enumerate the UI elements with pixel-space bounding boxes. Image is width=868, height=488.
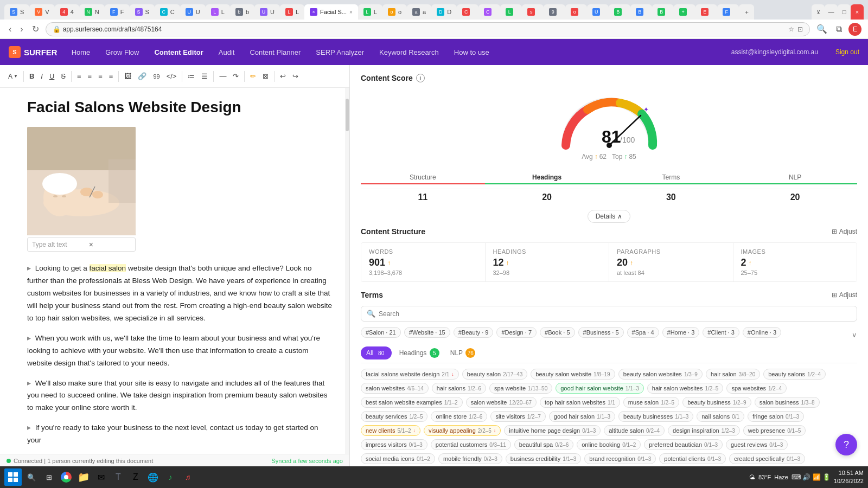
term-salon-business[interactable]: salon business 1/3–8 bbox=[755, 397, 820, 408]
tab-e[interactable]: E bbox=[695, 4, 717, 20]
tab-l2[interactable]: LL bbox=[280, 4, 304, 20]
tab-headings[interactable]: Headings bbox=[485, 169, 609, 187]
filter-tag-business[interactable]: #Business · 5 bbox=[578, 327, 624, 338]
extension-icon[interactable]: ⊡ bbox=[797, 25, 803, 33]
highlight-btn[interactable]: ✏ bbox=[247, 70, 259, 82]
term-beauty-businesses[interactable]: beauty businesses 1/1–3 bbox=[618, 411, 693, 422]
terms-tab-headings[interactable]: Headings 5 bbox=[396, 346, 443, 359]
terms-tab-nlp[interactable]: NLP 76 bbox=[447, 346, 478, 359]
tab-b2[interactable]: B bbox=[609, 4, 630, 20]
term-beauty-salon[interactable]: beauty salon 2/17–43 bbox=[462, 369, 528, 380]
term-fringe-salon[interactable]: fringe salon 0/1–3 bbox=[748, 411, 804, 422]
tab-f[interactable]: FF bbox=[105, 4, 130, 20]
back-button[interactable]: ‹ bbox=[7, 23, 14, 35]
adjust-structure-btn[interactable]: ⊞ Adjust bbox=[832, 228, 857, 235]
address-bar[interactable]: 🔒 app.surferseo.com/drafts/4875164 ☆ ⊡ bbox=[46, 22, 810, 36]
term-beauty-salon-website[interactable]: beauty salon website 1/8–19 bbox=[531, 369, 615, 380]
tab-nlp[interactable]: NLP bbox=[733, 169, 857, 187]
tab-d[interactable]: DD bbox=[431, 4, 457, 20]
forward-button[interactable]: › bbox=[18, 23, 25, 35]
tab-close-btn[interactable]: × bbox=[851, 4, 864, 20]
tab-l4[interactable]: L bbox=[500, 4, 522, 20]
undo-btn[interactable]: ↩ bbox=[277, 70, 289, 82]
align-justify-btn[interactable]: ≡ bbox=[106, 70, 116, 82]
term-best-salon[interactable]: best salon website examples 1/1–2 bbox=[361, 397, 463, 408]
tab-b4[interactable]: B bbox=[652, 4, 674, 20]
term-site-visitors[interactable]: site visitors 1/2–7 bbox=[490, 411, 545, 422]
term-salon-websites[interactable]: salon websites 4/6–14 bbox=[361, 383, 429, 394]
font-size-btn[interactable]: A ▼ bbox=[5, 71, 21, 82]
filter-tag-website[interactable]: #Website · 15 bbox=[404, 327, 450, 338]
details-button[interactable]: Details ∧ bbox=[588, 210, 631, 223]
bold-btn[interactable]: B bbox=[27, 70, 37, 82]
term-nail-salons[interactable]: nail salons 0/1 bbox=[697, 411, 744, 422]
term-potential-clients[interactable]: potential clients 0/1–3 bbox=[659, 453, 726, 464]
term-potential-customers[interactable]: potential customers 0/3–11 bbox=[431, 439, 511, 450]
term-design-inspiration[interactable]: design inspiration 1/2–3 bbox=[668, 425, 740, 436]
redo2-btn[interactable]: ↪ bbox=[290, 70, 301, 82]
term-business-credibility[interactable]: business credibility 1/1–3 bbox=[506, 453, 581, 464]
term-impress-visitors[interactable]: impress visitors 0/1–3 bbox=[361, 439, 427, 450]
tab-a[interactable]: aa bbox=[407, 4, 431, 20]
filter-expand-btn[interactable]: ∨ bbox=[852, 331, 857, 339]
tab-c2[interactable]: C bbox=[457, 4, 478, 20]
bookmark-icon[interactable]: ☆ bbox=[788, 25, 794, 33]
quote-btn[interactable]: 99 bbox=[150, 71, 162, 82]
tab-minimize[interactable]: — bbox=[825, 4, 838, 20]
editor-scrollbar[interactable] bbox=[345, 88, 349, 454]
tab-f2[interactable]: F bbox=[717, 4, 739, 20]
tab-yt[interactable]: o bbox=[565, 4, 587, 20]
search-icon-btn[interactable]: 🔍 bbox=[814, 23, 829, 35]
editor-content[interactable]: Facial Salons Website Design bbox=[0, 88, 349, 454]
term-preferred-beautician[interactable]: preferred beautician 0/1–3 bbox=[644, 439, 723, 450]
term-new-clients[interactable]: new clients 5/1–2 ↓ bbox=[361, 425, 420, 436]
term-altitude-salon[interactable]: altitude salon 0/2–4 bbox=[604, 425, 665, 436]
link-btn[interactable]: 🔗 bbox=[135, 70, 149, 82]
filter-tag-spa[interactable]: #Spa · 4 bbox=[627, 327, 659, 338]
term-beauty-salon-websites[interactable]: beauty salon websites 1/3–9 bbox=[618, 369, 703, 380]
extension-btn[interactable]: ⧉ bbox=[834, 23, 844, 35]
filter-tag-salon[interactable]: #Salon · 21 bbox=[361, 327, 401, 338]
profile-btn[interactable]: E bbox=[848, 23, 861, 36]
info-icon[interactable]: i bbox=[416, 74, 425, 82]
term-guest-reviews[interactable]: guest reviews 0/1–3 bbox=[726, 439, 788, 450]
term-web-presence[interactable]: web presence 0/1–5 bbox=[743, 425, 806, 436]
nav-grow-flow[interactable]: Grow Flow bbox=[104, 46, 140, 59]
term-visually-appealing[interactable]: visually appealing 2/2–5 ↓ bbox=[424, 425, 501, 436]
underline-btn[interactable]: U bbox=[47, 70, 57, 82]
tab-l1[interactable]: LL bbox=[206, 4, 230, 20]
adjust-terms-btn[interactable]: ⊞ Adjust bbox=[832, 291, 857, 299]
term-good-hair-salon-website[interactable]: good hair salon website 1/1–3 bbox=[556, 383, 644, 394]
term-facial-salons[interactable]: facial salons website design 2/1 ↓ bbox=[361, 369, 459, 380]
align-center-btn[interactable]: ≡ bbox=[85, 70, 95, 82]
tab-c3[interactable]: C bbox=[478, 4, 500, 20]
term-beauty-salons[interactable]: beauty salons 1/2–4 bbox=[763, 369, 826, 380]
term-salon-website[interactable]: salon website 12/20–67 bbox=[466, 397, 537, 408]
term-hair-salon-websites[interactable]: hair salon websites 1/2–5 bbox=[647, 383, 724, 394]
image-btn[interactable]: 🖼 bbox=[122, 70, 134, 82]
terms-search-box[interactable]: 🔍 bbox=[361, 306, 857, 322]
tab-s1[interactable]: SS bbox=[4, 4, 29, 20]
tab-o[interactable]: oo bbox=[382, 4, 407, 20]
tab-new[interactable]: ＋ bbox=[739, 4, 754, 20]
tab-restore[interactable]: □ bbox=[838, 4, 851, 20]
tab-b3[interactable]: B bbox=[630, 4, 652, 20]
align-left-btn[interactable]: ≡ bbox=[74, 70, 84, 82]
term-created-specifically[interactable]: created specifically 0/1–3 bbox=[729, 453, 805, 464]
tab-terms[interactable]: Terms bbox=[609, 169, 733, 187]
nav-content-planner[interactable]: Content Planner bbox=[248, 46, 302, 59]
tab-u1[interactable]: UU bbox=[180, 4, 206, 20]
nav-audit[interactable]: Audit bbox=[218, 46, 236, 59]
filter-tag-home[interactable]: #Home · 3 bbox=[662, 327, 700, 338]
align-right-btn[interactable]: ≡ bbox=[95, 70, 105, 82]
term-spa-websites[interactable]: spa websites 1/2–4 bbox=[726, 383, 787, 394]
term-hair-salon[interactable]: hair salon 3/8–20 bbox=[706, 369, 760, 380]
terms-search-input[interactable] bbox=[379, 310, 851, 318]
filter-tag-design[interactable]: #Design · 7 bbox=[496, 327, 537, 338]
tab-u2[interactable]: UU bbox=[254, 4, 280, 20]
redo-btn[interactable]: ↷ bbox=[230, 70, 241, 82]
hr-btn[interactable]: — bbox=[216, 70, 229, 82]
term-good-hair-salon[interactable]: good hair salon 1/1–3 bbox=[549, 411, 615, 422]
italic-btn[interactable]: I bbox=[38, 70, 46, 82]
filter-tag-client[interactable]: #Client · 3 bbox=[703, 327, 739, 338]
